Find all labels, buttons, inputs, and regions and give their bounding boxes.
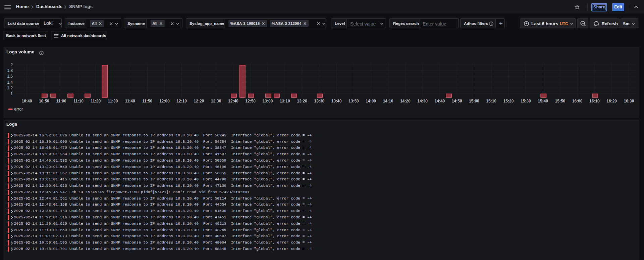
svg-text:12:10: 12:10 [176, 99, 187, 103]
svg-text:10:40: 10:40 [22, 99, 32, 103]
svg-text:11:20: 11:20 [91, 99, 101, 103]
svg-text:11:00: 11:00 [56, 99, 66, 103]
svg-text:12:30: 12:30 [211, 99, 221, 103]
svg-text:12:50: 12:50 [245, 99, 256, 103]
svg-text:2: 2 [10, 62, 13, 67]
svg-text:13:40: 13:40 [331, 99, 342, 103]
svg-text:15:30: 15:30 [521, 99, 531, 103]
svg-text:12:20: 12:20 [194, 99, 204, 103]
svg-text:16:20: 16:20 [606, 99, 617, 103]
svg-text:15:00: 15:00 [469, 99, 479, 103]
svg-text:13:20: 13:20 [297, 99, 307, 103]
svg-text:14:20: 14:20 [400, 99, 411, 103]
svg-text:11:40: 11:40 [125, 99, 135, 103]
svg-text:10:50: 10:50 [39, 99, 49, 103]
svg-text:1.6: 1.6 [7, 74, 13, 79]
svg-text:1: 1 [10, 91, 13, 96]
svg-text:16:10: 16:10 [589, 99, 600, 103]
svg-text:15:50: 15:50 [555, 99, 566, 103]
svg-text:12:00: 12:00 [159, 99, 170, 103]
svg-text:13:00: 13:00 [263, 99, 273, 103]
svg-text:1.8: 1.8 [7, 68, 13, 73]
svg-text:13:30: 13:30 [314, 99, 325, 103]
svg-text:11:10: 11:10 [73, 99, 84, 103]
svg-text:1.4: 1.4 [7, 80, 13, 85]
svg-text:14:50: 14:50 [452, 99, 462, 103]
svg-text:13:10: 13:10 [280, 99, 290, 103]
svg-text:12:40: 12:40 [228, 99, 238, 103]
svg-text:15:10: 15:10 [486, 99, 496, 103]
svg-text:14:10: 14:10 [383, 99, 393, 103]
svg-text:11:50: 11:50 [142, 99, 152, 103]
svg-text:14:30: 14:30 [417, 99, 428, 103]
svg-text:1.2: 1.2 [7, 86, 13, 90]
svg-text:11:30: 11:30 [108, 99, 118, 103]
svg-text:16:30: 16:30 [624, 99, 634, 103]
svg-text:16:00: 16:00 [572, 99, 583, 103]
svg-text:13:50: 13:50 [348, 99, 359, 103]
svg-text:14:40: 14:40 [435, 99, 445, 103]
svg-text:14:00: 14:00 [366, 99, 376, 103]
svg-text:15:40: 15:40 [538, 99, 548, 103]
svg-text:15:20: 15:20 [503, 99, 514, 103]
